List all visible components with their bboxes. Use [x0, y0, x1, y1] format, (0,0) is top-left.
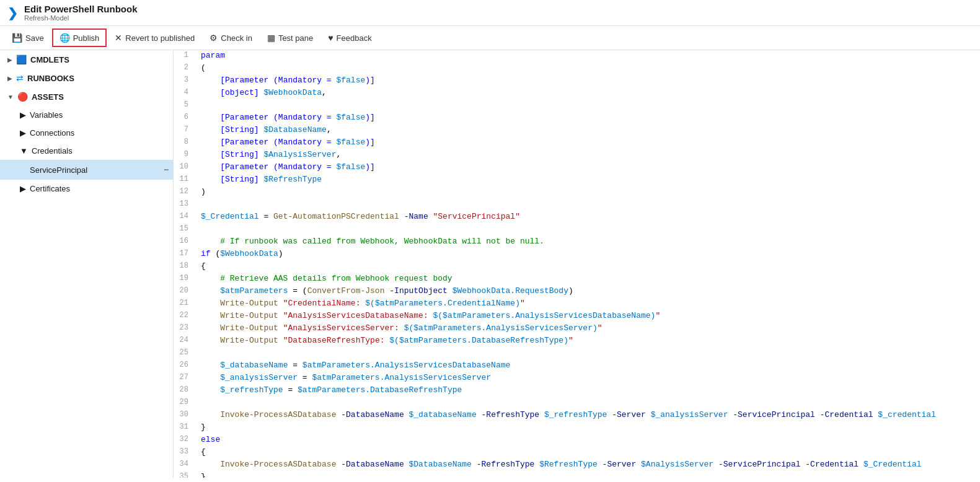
- line-number: 13: [174, 199, 198, 211]
- revert-label: Revert to published: [125, 33, 195, 43]
- code-line: [String] $DatabaseName,: [198, 125, 980, 137]
- checkin-icon: ⚙: [210, 33, 218, 43]
- publish-label: Publish: [73, 33, 100, 43]
- code-line: [198, 397, 980, 410]
- code-line: [Parameter (Mandatory = $false)]: [198, 112, 980, 125]
- feedback-icon: ♥: [328, 33, 333, 43]
- code-line: [198, 224, 980, 236]
- line-number: 17: [174, 248, 198, 261]
- code-line: Invoke-ProcessASDatabase -DatabaseName $…: [198, 459, 980, 471]
- table-row: 20 $atmParameters = (ConvertFrom-Json -I…: [174, 286, 980, 298]
- line-number: 21: [174, 298, 198, 310]
- testpane-icon: ▦: [267, 33, 275, 43]
- line-number: 9: [174, 149, 198, 162]
- table-row: 26 $_databaseName = $atmParameters.Analy…: [174, 360, 980, 372]
- table-row: 8 [Parameter (Mandatory = $false)]: [174, 137, 980, 149]
- line-number: 32: [174, 434, 198, 447]
- code-line: [198, 348, 980, 360]
- revert-button[interactable]: ✕ Revert to published: [108, 29, 201, 46]
- line-number: 19: [174, 273, 198, 286]
- revert-icon: ✕: [115, 33, 122, 43]
- line-number: 7: [174, 125, 198, 137]
- table-row: 1param: [174, 50, 980, 63]
- chevron-right-icon4: ▶: [20, 128, 26, 138]
- line-number: 27: [174, 372, 198, 385]
- sidebar-item-runbooks[interactable]: ▶ ⇄ RUNBOOKS: [0, 69, 173, 87]
- code-line: [Parameter (Mandatory = $false)]: [198, 137, 980, 149]
- code-line: Write-Output "DatabaseRefreshType: $($at…: [198, 335, 980, 348]
- code-line: # If runbook was called from Webhook, We…: [198, 236, 980, 248]
- sidebar-item-variables[interactable]: ▶ Variables: [0, 106, 173, 124]
- code-line: param: [198, 50, 980, 63]
- chevron-right-icon2: ▶: [7, 75, 12, 82]
- table-row: 3 [Parameter (Mandatory = $false)]: [174, 75, 980, 87]
- line-number: 16: [174, 236, 198, 248]
- chevron-right-icon3: ▶: [20, 110, 26, 120]
- code-line: [String] $AnalysisServer,: [198, 149, 980, 162]
- code-line: }: [198, 422, 980, 434]
- credentials-label: Credentials: [32, 146, 166, 156]
- line-number: 23: [174, 323, 198, 335]
- code-line: [198, 100, 980, 112]
- save-button[interactable]: 💾 Save: [5, 29, 51, 46]
- sidebar-item-certificates[interactable]: ▶ Certificates: [0, 180, 173, 198]
- table-row: 29: [174, 397, 980, 410]
- checkin-button[interactable]: ⚙ Check in: [203, 29, 259, 46]
- feedback-button[interactable]: ♥ Feedback: [321, 29, 378, 46]
- main-layout: ▶ 🟦 CMDLETS ▶ ⇄ RUNBOOKS ▼ 🔴 ASSETS ▶ Va…: [0, 50, 980, 478]
- code-line: [198, 199, 980, 211]
- code-line: if ($WebhookData): [198, 248, 980, 261]
- testpane-button[interactable]: ▦ Test pane: [260, 29, 320, 46]
- table-row: 19 # Retrieve AAS details from Webhook r…: [174, 273, 980, 286]
- assets-icon: 🔴: [17, 92, 28, 102]
- publish-button[interactable]: 🌐 Publish: [52, 28, 107, 47]
- table-row: 7 [String] $DatabaseName,: [174, 125, 980, 137]
- table-row: 16 # If runbook was called from Webhook,…: [174, 236, 980, 248]
- code-line: }: [198, 471, 980, 478]
- line-number: 15: [174, 224, 198, 236]
- sidebar-item-cmdlets[interactable]: ▶ 🟦 CMDLETS: [0, 50, 173, 69]
- table-row: 30 Invoke-ProcessASDatabase -DatabaseNam…: [174, 410, 980, 422]
- line-number: 33: [174, 447, 198, 459]
- line-number: 10: [174, 162, 198, 174]
- table-row: 21 Write-Output "CredentialName: $($atmP…: [174, 298, 980, 310]
- code-line: {: [198, 447, 980, 459]
- certificates-label: Certificates: [30, 184, 166, 193]
- azure-logo-icon: ❯: [7, 6, 18, 20]
- line-number: 12: [174, 186, 198, 199]
- sidebar-item-connections[interactable]: ▶ Connections: [0, 124, 173, 142]
- sidebar-item-assets[interactable]: ▼ 🔴 ASSETS: [0, 87, 173, 106]
- page-subtitle: Refresh-Model: [24, 14, 138, 22]
- cmdlets-icon: 🟦: [16, 55, 27, 64]
- sidebar-item-serviceprincipal[interactable]: ServicePrincipal ···: [0, 160, 173, 180]
- line-number: 24: [174, 335, 198, 348]
- save-icon: 💾: [12, 33, 22, 43]
- code-table: 1param2(3 [Parameter (Mandatory = $false…: [174, 50, 980, 478]
- table-row: 27 $_analysisServer = $atmParameters.Ana…: [174, 372, 980, 385]
- line-number: 3: [174, 75, 198, 87]
- table-row: 10 [Parameter (Mandatory = $false)]: [174, 162, 980, 174]
- sidebar-item-credentials[interactable]: ▼ Credentials: [0, 142, 173, 160]
- code-line: Write-Output "CredentialName: $($atmPara…: [198, 298, 980, 310]
- chevron-down-icon: ▼: [7, 94, 14, 100]
- assets-label: ASSETS: [32, 92, 166, 102]
- more-icon[interactable]: ···: [164, 164, 168, 175]
- top-header: ❯ Edit PowerShell Runbook Refresh-Model: [0, 0, 980, 26]
- line-number: 22: [174, 310, 198, 323]
- code-line: else: [198, 434, 980, 447]
- save-label: Save: [25, 33, 44, 43]
- variables-label: Variables: [30, 110, 166, 120]
- table-row: 22 Write-Output "AnalysisServicesDatabas…: [174, 310, 980, 323]
- code-editor[interactable]: 1param2(3 [Parameter (Mandatory = $false…: [174, 50, 980, 478]
- code-line: (: [198, 63, 980, 75]
- code-line: $atmParameters = (ConvertFrom-Json -Inpu…: [198, 286, 980, 298]
- line-number: 30: [174, 410, 198, 422]
- table-row: 35}: [174, 471, 980, 478]
- table-row: 2(: [174, 63, 980, 75]
- line-number: 6: [174, 112, 198, 125]
- table-row: 4 [object] $WebhookData,: [174, 87, 980, 100]
- code-line: Invoke-ProcessASDatabase -DatabaseName $…: [198, 410, 980, 422]
- table-row: 15: [174, 224, 980, 236]
- table-row: 25: [174, 348, 980, 360]
- table-row: 32else: [174, 434, 980, 447]
